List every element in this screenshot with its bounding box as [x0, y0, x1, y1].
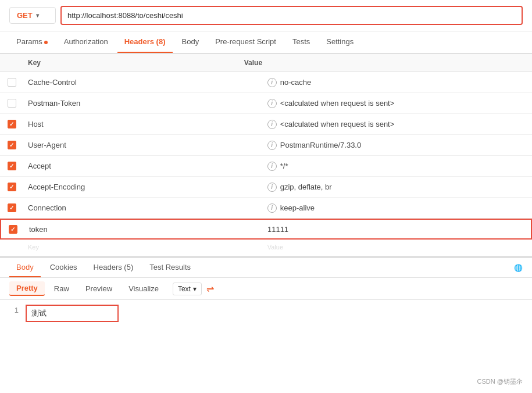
globe-icon: 🌐 — [514, 264, 523, 272]
header-row-host: Host i <calculated when request is sent> — [0, 114, 532, 135]
val-accept: i */* — [263, 158, 532, 175]
resp-tab-headers5[interactable]: Headers (5) — [87, 258, 141, 277]
key-empty-hint: Key — [23, 240, 263, 255]
checkbox-postman-token[interactable] — [8, 99, 16, 108]
wrap-icon[interactable]: ⇌ — [206, 283, 214, 294]
val-connection: i keep-alive — [263, 199, 532, 217]
info-icon-cache-control: i — [267, 78, 277, 87]
checkbox-cell-host[interactable] — [0, 120, 23, 128]
tab-settings[interactable]: Settings — [319, 31, 360, 53]
preview-button[interactable]: Preview — [78, 282, 119, 295]
tab-params[interactable]: Params — [9, 31, 55, 53]
checkbox-cell-connection[interactable] — [0, 203, 23, 212]
header-row-token: token 11111 — [0, 219, 532, 240]
tab-headers[interactable]: Headers (8) — [117, 31, 173, 53]
val-postman-token: i <calculated when request is sent> — [263, 95, 532, 112]
info-icon-accept-encoding: i — [267, 183, 277, 192]
col-headers-row: Key Value — [0, 54, 532, 72]
checkbox-cell-accept[interactable] — [0, 162, 23, 170]
response-content[interactable]: 测试 — [26, 305, 119, 322]
key-host: Host — [23, 116, 263, 133]
value-column-header: Value — [240, 58, 532, 68]
header-row-accept-encoding: Accept-Encoding i gzip, deflate, br — [0, 177, 532, 198]
checkbox-cell-token[interactable] — [1, 225, 24, 234]
line-number: 1 — [9, 305, 19, 322]
header-row-connection: Connection i keep-alive — [0, 198, 532, 219]
tab-body[interactable]: Body — [175, 31, 206, 53]
checkbox-cell-accept-encoding[interactable] — [0, 183, 23, 191]
resp-tab-testresults[interactable]: Test Results — [142, 258, 198, 277]
checkbox-cell-cache-control[interactable] — [0, 78, 23, 87]
response-toolbar: Pretty Raw Preview Visualize Text ▾ ⇌ — [0, 278, 532, 300]
response-meta: 🌐 — [514, 262, 523, 274]
response-section: Body Cookies Headers (5) Test Results 🌐 … — [0, 256, 532, 327]
key-accept: Accept — [23, 158, 263, 174]
info-icon-user-agent: i — [267, 141, 277, 150]
tab-tests[interactable]: Tests — [285, 31, 317, 53]
pretty-button[interactable]: Pretty — [9, 281, 45, 296]
key-accept-encoding: Accept-Encoding — [23, 178, 263, 195]
checkbox-cell-user-agent[interactable] — [0, 141, 23, 149]
checkbox-user-agent[interactable] — [8, 141, 16, 149]
method-select[interactable]: GET ▾ — [9, 7, 56, 24]
val-token: 11111 — [263, 221, 531, 238]
val-accept-encoding: i gzip, deflate, br — [263, 178, 532, 196]
key-user-agent: User-Agent — [23, 137, 263, 153]
info-icon-host: i — [267, 120, 277, 129]
header-row-postman-token: Postman-Token i <calculated when request… — [0, 93, 532, 114]
checkbox-accept-encoding[interactable] — [8, 183, 16, 191]
tab-authorization[interactable]: Authorization — [57, 31, 115, 53]
method-label: GET — [17, 11, 33, 20]
checkbox-connection[interactable] — [8, 203, 16, 212]
key-column-header: Key — [0, 58, 240, 68]
url-bar: GET ▾ — [0, 0, 532, 31]
resp-tab-body[interactable]: Body — [9, 258, 41, 277]
raw-button[interactable]: Raw — [47, 282, 76, 295]
key-cache-control: Cache-Control — [23, 74, 263, 91]
key-postman-token: Postman-Token — [23, 95, 263, 112]
info-icon-postman-token: i — [267, 99, 277, 108]
url-input[interactable] — [60, 6, 523, 25]
key-connection: Connection — [23, 199, 263, 216]
checkbox-host[interactable] — [8, 120, 16, 128]
key-token: token — [24, 221, 263, 238]
response-body: 1 测试 — [0, 300, 532, 327]
val-empty-hint: Value — [263, 240, 532, 255]
resp-tab-cookies[interactable]: Cookies — [43, 258, 84, 277]
checkbox-token[interactable] — [9, 225, 17, 234]
header-row-cache-control: Cache-Control i no-cache — [0, 72, 532, 93]
checkbox-cell-postman-token[interactable] — [0, 99, 23, 108]
val-cache-control: i no-cache — [263, 74, 532, 91]
headers-container: Key Value Cache-Control i no-cache Postm… — [0, 53, 532, 255]
checkbox-accept[interactable] — [8, 162, 16, 170]
info-icon-connection: i — [267, 203, 277, 213]
tab-prerequest[interactable]: Pre-request Script — [208, 31, 283, 53]
header-row-accept: Accept i */* — [0, 156, 532, 177]
checkbox-cache-control[interactable] — [8, 78, 16, 87]
request-tabs-bar: Params Authorization Headers (8) Body Pr… — [0, 31, 532, 53]
method-chevron-icon: ▾ — [36, 12, 39, 19]
header-row-empty: Key Value — [0, 240, 532, 255]
val-host: i <calculated when request is sent> — [263, 116, 532, 133]
visualize-button[interactable]: Visualize — [122, 282, 166, 295]
text-type-select[interactable]: Text ▾ — [173, 283, 202, 295]
info-icon-accept: i — [267, 162, 277, 171]
header-row-user-agent: User-Agent i PostmanRuntime/7.33.0 — [0, 135, 532, 156]
response-tabs-bar: Body Cookies Headers (5) Test Results 🌐 — [0, 258, 532, 278]
val-user-agent: i PostmanRuntime/7.33.0 — [263, 137, 532, 154]
